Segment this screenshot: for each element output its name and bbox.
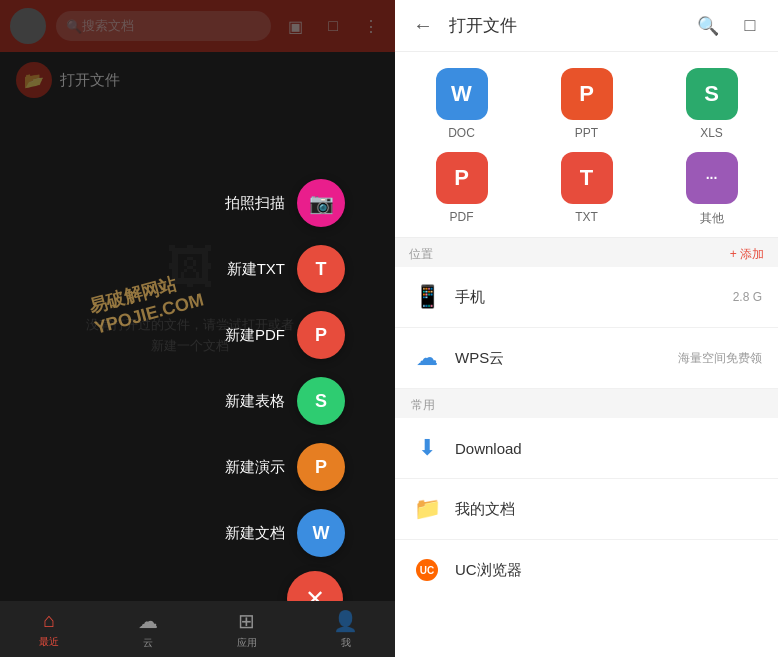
list-item-download[interactable]: ⬇ Download xyxy=(395,418,778,479)
dial-ppt-label: 新建演示 xyxy=(225,458,285,477)
right-title: 打开文件 xyxy=(449,14,682,37)
location-list: 📱 手机 2.8 G ☁ WPS云 海量空间免费领 常用 ⬇ Download … xyxy=(395,267,778,657)
dial-sheet[interactable]: 新建表格 S xyxy=(225,377,345,425)
nav-apps-label: 应用 xyxy=(237,636,257,650)
common-section-header: 常用 xyxy=(395,389,778,418)
filetype-txt[interactable]: T TXT xyxy=(530,152,643,227)
uc-icon: UC xyxy=(411,554,443,586)
sheet-icon: S xyxy=(315,391,327,412)
nav-me-label: 我 xyxy=(341,636,351,650)
left-panel: 🔍 搜索文档 ▣ □ ⋮ 📂 打开文件 🖼 没有打开过的文件，请尝试打开或者 新… xyxy=(0,0,395,657)
mydocs-label: 我的文档 xyxy=(455,500,762,519)
other-label: 其他 xyxy=(700,210,724,227)
ppt-label: PPT xyxy=(575,126,598,140)
filetype-pdf[interactable]: P PDF xyxy=(405,152,518,227)
folder-icon: 📁 xyxy=(411,493,443,525)
txt-icon: T xyxy=(316,259,327,280)
download-icon: ⬇ xyxy=(411,432,443,464)
dial-pdf-label: 新建PDF xyxy=(225,326,285,345)
nav-me[interactable]: 👤 我 xyxy=(296,609,395,650)
uc-label: UC浏览器 xyxy=(455,561,762,580)
dial-photo[interactable]: 拍照扫描 📷 xyxy=(225,179,345,227)
doc-icon: W xyxy=(313,523,330,544)
filetype-other[interactable]: ··· 其他 xyxy=(655,152,768,227)
phone-storage: 2.8 G xyxy=(733,290,762,304)
dial-pdf[interactable]: 新建PDF P xyxy=(225,311,345,359)
pdf-icon: P xyxy=(315,325,327,346)
list-item-phone[interactable]: 📱 手机 2.8 G xyxy=(395,267,778,328)
right-panel: ← 打开文件 🔍 □ W DOC P PPT S XLS P PDF T TXT xyxy=(395,0,778,657)
dial-txt-btn[interactable]: T xyxy=(297,245,345,293)
other-icon: ··· xyxy=(686,152,738,204)
filetype-ppt[interactable]: P PPT xyxy=(530,68,643,140)
dial-photo-btn[interactable]: 📷 xyxy=(297,179,345,227)
dial-ppt[interactable]: 新建演示 P xyxy=(225,443,345,491)
pdf-icon: P xyxy=(436,152,488,204)
svg-text:UC: UC xyxy=(420,565,434,576)
xls-label: XLS xyxy=(700,126,723,140)
recent-icon: ⌂ xyxy=(43,609,55,632)
doc-icon: W xyxy=(436,68,488,120)
phone-label: 手机 xyxy=(455,288,733,307)
camera-icon: 📷 xyxy=(309,191,334,215)
nav-recent-label: 最近 xyxy=(39,635,59,649)
right-topbar: ← 打开文件 🔍 □ xyxy=(395,0,778,52)
wps-cloud-label: WPS云 xyxy=(455,349,678,368)
file-type-grid: W DOC P PPT S XLS P PDF T TXT ··· 其他 xyxy=(395,52,778,238)
list-item-wps-cloud[interactable]: ☁ WPS云 海量空间免费领 xyxy=(395,328,778,389)
nav-apps[interactable]: ⊞ 应用 xyxy=(198,609,297,650)
nav-recent[interactable]: ⌂ 最近 xyxy=(0,609,99,649)
search-icon: 🔍 xyxy=(697,15,719,37)
add-location-button[interactable]: + 添加 xyxy=(730,246,764,263)
wps-cloud-sub: 海量空间免费领 xyxy=(678,350,762,367)
view-toggle-button[interactable]: □ xyxy=(734,10,766,42)
apps-icon: ⊞ xyxy=(238,609,255,633)
txt-icon: T xyxy=(561,152,613,204)
list-item-mydocs[interactable]: 📁 我的文档 xyxy=(395,479,778,540)
doc-label: DOC xyxy=(448,126,475,140)
me-icon: 👤 xyxy=(333,609,358,633)
cloud-icon: ☁ xyxy=(138,609,158,633)
download-label: Download xyxy=(455,440,762,457)
bottom-nav: ⌂ 最近 ☁ 云 ⊞ 应用 👤 我 xyxy=(0,601,395,657)
location-label: 位置 xyxy=(409,246,433,263)
dial-photo-label: 拍照扫描 xyxy=(225,194,285,213)
phone-icon: 📱 xyxy=(411,281,443,313)
nav-cloud-label: 云 xyxy=(143,636,153,650)
pdf-label: PDF xyxy=(450,210,474,224)
dial-doc-btn[interactable]: W xyxy=(297,509,345,557)
dial-sheet-btn[interactable]: S xyxy=(297,377,345,425)
speed-dial: 拍照扫描 📷 新建TXT T 新建PDF P 新建表格 S 新建演示 xyxy=(225,179,345,557)
back-icon: ← xyxy=(413,14,433,37)
back-button[interactable]: ← xyxy=(407,10,439,42)
nav-cloud[interactable]: ☁ 云 xyxy=(99,609,198,650)
square-icon: □ xyxy=(745,15,756,36)
dial-doc[interactable]: 新建文档 W xyxy=(225,509,345,557)
filetype-xls[interactable]: S XLS xyxy=(655,68,768,140)
location-section: 位置 + 添加 xyxy=(395,238,778,267)
dial-ppt-btn[interactable]: P xyxy=(297,443,345,491)
txt-label: TXT xyxy=(575,210,598,224)
ppt-icon: P xyxy=(315,457,327,478)
dial-txt-label: 新建TXT xyxy=(227,260,285,279)
dial-doc-label: 新建文档 xyxy=(225,524,285,543)
filetype-doc[interactable]: W DOC xyxy=(405,68,518,140)
dial-txt[interactable]: 新建TXT T xyxy=(227,245,345,293)
xls-icon: S xyxy=(686,68,738,120)
wps-cloud-icon: ☁ xyxy=(411,342,443,374)
location-header: 位置 + 添加 xyxy=(409,246,764,263)
search-button[interactable]: 🔍 xyxy=(692,10,724,42)
list-item-uc[interactable]: UC UC浏览器 xyxy=(395,540,778,600)
dial-sheet-label: 新建表格 xyxy=(225,392,285,411)
ppt-icon: P xyxy=(561,68,613,120)
dial-pdf-btn[interactable]: P xyxy=(297,311,345,359)
